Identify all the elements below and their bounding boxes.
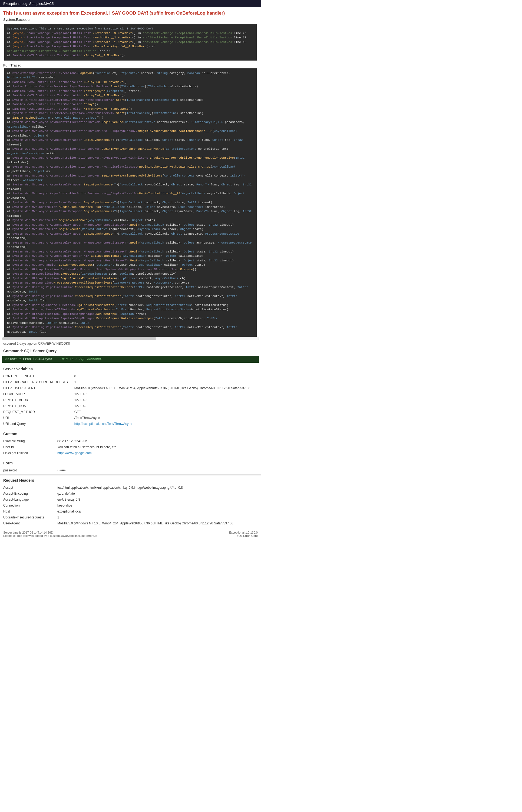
trace-line-5: at Samples.MVC5.Controllers.TestControll… — [7, 93, 254, 98]
row-key: CONTENT_LENGTH — [0, 373, 71, 379]
table-row: Example string8/12/17 12:55:41 AM — [0, 438, 261, 444]
occurrence-text: occurred 2 days ago on CRAVER-WINBOOK8 — [0, 340, 261, 347]
row-value: 1 — [71, 379, 261, 385]
row-value: 127.0.0.1 — [71, 397, 261, 403]
code-line-5: at (async) StackExchange.Exceptional.Uti… — [7, 44, 254, 53]
row-value: 127.0.0.1 — [71, 403, 261, 409]
table-row: Hostexceptional.local — [0, 508, 261, 514]
trace-line-32: at System.Web.HttpApplication.CallHandle… — [7, 267, 254, 272]
trace-line-39: at System.Web.Hosting.UnsafeIISMethods.M… — [7, 307, 254, 312]
row-value: text/html,application/xhtml+xml,applicat… — [54, 485, 261, 491]
table-row: User IdYou can fetch a user/account Id h… — [0, 444, 261, 450]
footer-right: Exceptional 1.0.130.0 SQL Error Store — [229, 531, 258, 537]
code-line-4: at (async) StackExchange.Exceptional.Uti… — [7, 40, 254, 45]
row-key: Accept-Encoding — [0, 491, 54, 497]
row-key: password — [0, 467, 54, 473]
sql-keyword: Select * From FUBARAsync — [5, 357, 54, 361]
row-key: REMOTE_ADDR — [0, 397, 71, 403]
row-value: 0 — [71, 373, 261, 379]
exception-code-block[interactable]: System.Exception: This is a test async e… — [2, 24, 259, 61]
server-variables-table: CONTENT_LENGTH0HTTP_UPGRADE_INSECURE_REQ… — [0, 373, 261, 427]
row-value: •••••••• — [54, 467, 261, 473]
row-key: User Id — [0, 444, 54, 450]
title-bar: Exceptions Log: Samples.MVC5 — [0, 0, 261, 7]
row-value: 1 — [54, 514, 261, 520]
trace-line-13: at System.Web.Mvc.Async.AsyncResultWrapp… — [7, 138, 254, 147]
trace-line-34: at System.Web.HttpApplication.BeginProce… — [7, 276, 254, 281]
row-value: 8/12/17 12:55:41 AM — [54, 438, 261, 444]
code-line-6: at Samples.MVC5.Controllers.TestControll… — [7, 53, 254, 58]
row-value: GET — [71, 409, 261, 415]
table-row: REMOTE_ADDR127.0.0.1 — [0, 397, 261, 403]
row-key: Example string — [0, 438, 54, 444]
trace-line-26: at System.Web.Mvc.Async.AsyncResultWrapp… — [7, 232, 254, 241]
trace-line-29: at System.Web.Mvc.Async.AsyncResultWrapp… — [7, 254, 254, 258]
trace-line-28: at System.Web.Mvc.Async.AsyncResultWrapp… — [7, 249, 254, 254]
trace-line-4: at Samples.MVC5.Controllers.TestControll… — [7, 89, 254, 93]
row-value: Mozilla/5.0 (Windows NT 10.0; Win64; x64… — [54, 520, 261, 526]
trace-line-7: at Samples.MVC5.Controllers.TestControll… — [7, 102, 254, 107]
row-key: HTTP_USER_AGENT — [0, 385, 71, 391]
table-row: password•••••••• — [0, 467, 261, 473]
trace-line-11: at System.Web.Mvc.Async.AsyncControllerA… — [7, 120, 254, 129]
table-row: LOCAL_ADDR127.0.0.1 — [0, 391, 261, 397]
trace-line-36: at System.Web.Hosting.PipelineRuntime.Pr… — [7, 285, 254, 294]
table-row: Upgrade-Insecure-Requests1 — [0, 514, 261, 520]
row-value: exceptional.local — [54, 508, 261, 514]
horizontal-scrollbar[interactable] — [2, 337, 259, 340]
table-row: REQUEST_METHODGET — [0, 409, 261, 415]
trace-line-38: at System.Web.Hosting.UnsafeIISMethods.M… — [7, 303, 254, 308]
trace-line-40: at System.Web.HttpApplication.PipelineSt… — [7, 312, 254, 316]
row-key: Upgrade-Insecure-Requests — [0, 514, 54, 520]
row-key: Accept — [0, 485, 54, 491]
table-row: Accept-Languageen-US,en;q=0.8 — [0, 497, 261, 502]
table-row: User-AgentMozilla/5.0 (Windows NT 10.0; … — [0, 520, 261, 526]
row-value: Mozilla/5.0 (Windows NT 10.0; Win64; x64… — [71, 385, 261, 391]
row-key: REQUEST_METHOD — [0, 409, 71, 415]
trace-line-14: at System.Web.Mvc.Async.AsyncControllerA… — [7, 147, 254, 156]
title-text: Exceptions Log: Samples.MVC5 — [3, 2, 54, 6]
trace-line-24: at System.Web.Mvc.Async.AsyncResultWrapp… — [7, 223, 254, 227]
row-value: You can fetch a user/account Id here, et… — [54, 444, 261, 450]
trace-line-25: at System.Web.Mvc.Controller.BeginExecut… — [7, 227, 254, 232]
row-link[interactable]: https://www.google.com — [57, 451, 92, 455]
table-row: CONTENT_LENGTH0 — [0, 373, 261, 379]
custom-table: Example string8/12/17 12:55:41 AMUser Id… — [0, 438, 261, 456]
trace-line-37: at System.Web.Hosting.PipelineRuntime.Pr… — [7, 294, 254, 303]
footer: Server time is 2017-08-14T14:14:26Z Exam… — [0, 529, 261, 539]
table-row: HTTP_USER_AGENTMozilla/5.0 (Windows NT 1… — [0, 385, 261, 391]
row-link[interactable]: http://exceptional.local/Test/ThrowAsync — [74, 422, 132, 426]
full-trace-code: at StackExchange.Exceptional.Extensions.… — [4, 68, 257, 337]
trace-line-10: at lambda_method(Closure , ControllerBas… — [7, 116, 254, 120]
row-key: URL — [0, 415, 71, 421]
code-line-2: at (async) StackExchange.Exceptional.Uti… — [7, 31, 254, 36]
trace-line-27: at System.Web.Mvc.Async.AsyncResultWrapp… — [7, 241, 254, 249]
sql-block: Select * From FUBARAsync -- This is a SQ… — [2, 356, 259, 363]
row-key: LOCAL_ADDR — [0, 391, 71, 397]
code-line-1: System.Exception: This is a test async e… — [7, 26, 254, 31]
table-row: HTTP_UPGRADE_INSECURE_REQUESTS1 — [0, 379, 261, 385]
row-value: 127.0.0.1 — [71, 391, 261, 397]
trace-line-30: at System.Web.Mvc.Async.AsyncResultWrapp… — [7, 258, 254, 263]
full-trace-container[interactable]: at StackExchange.Exceptional.Extensions.… — [2, 68, 259, 337]
table-row: Connectionkeep-alive — [0, 502, 261, 508]
trace-line-22: at System.Web.Mvc.Async.AsyncResultWrapp… — [7, 209, 254, 218]
trace-line-18: at System.Web.Mvc.Async.AsyncResultWrapp… — [7, 183, 254, 191]
trace-line-2: at Samples.MVC5.Controllers.TestControll… — [7, 80, 254, 85]
trace-line-16: at System.Web.Mvc.Async.AsyncControllerA… — [7, 165, 254, 173]
request-headers-heading: Request Headers — [0, 475, 261, 484]
trace-line-42: at System.Web.Hosting.PipelineRuntime.Pr… — [7, 325, 254, 334]
table-row: REMOTE_HOST127.0.0.1 — [0, 403, 261, 409]
row-key: REMOTE_HOST — [0, 403, 71, 409]
trace-line-17: at System.Web.Mvc.Async.AsyncControllerA… — [7, 173, 254, 183]
trace-line-41: at System.Web.HttpApplication.PipelineSt… — [7, 316, 254, 325]
trace-line-31: at System.Web.Mvc.MvcHandler.BeginProces… — [7, 263, 254, 267]
server-variables-heading: Server Variables — [0, 364, 261, 372]
trace-line-21: at System.Web.Mvc.Controller.<BeginExecu… — [7, 205, 254, 209]
command-heading: Command: SQL Server Query — [0, 347, 261, 355]
row-key: Links get linkified — [0, 450, 54, 456]
row-value: keep-alive — [54, 502, 261, 508]
row-key: Accept-Language — [0, 497, 54, 502]
trace-line-35: at System.Web.HttpRuntime.ProcessRequest… — [7, 280, 254, 285]
row-value: en-US,en;q=0.8 — [54, 497, 261, 502]
